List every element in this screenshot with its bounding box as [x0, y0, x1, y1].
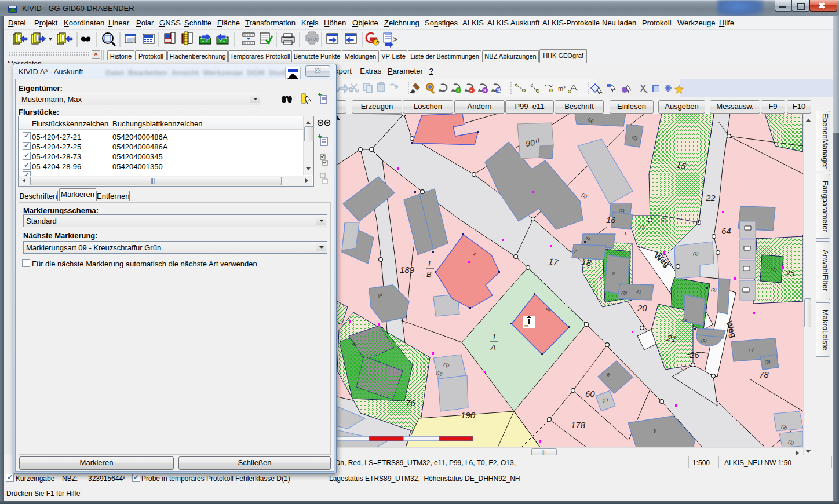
svg-text:m²: m²	[558, 85, 566, 92]
svg-text:189: 189	[400, 265, 415, 275]
svg-text:(1): (1)	[602, 397, 609, 403]
svg-text:190: 190	[461, 410, 476, 420]
svg-text:(1): (1)	[693, 251, 699, 256]
svg-text:τиτ: τиτ	[524, 324, 528, 327]
svg-text:64: 64	[721, 226, 731, 236]
svg-text:1: 1	[492, 333, 496, 341]
svg-text:(6): (6)	[701, 338, 707, 343]
svg-text:B: B	[426, 270, 432, 279]
svg-text:+: +	[457, 87, 459, 93]
svg-text:(5): (5)	[711, 287, 717, 292]
svg-text:×: ×	[483, 87, 486, 93]
svg-text:20: 20	[637, 303, 647, 313]
svg-text:(1): (1)	[619, 208, 625, 213]
svg-text:25: 25	[785, 268, 795, 278]
svg-text:18: 18	[581, 257, 593, 268]
svg-text:17: 17	[548, 256, 560, 267]
svg-text:60: 60	[585, 389, 595, 399]
svg-text:(1): (1)	[581, 192, 588, 199]
svg-text:16: 16	[606, 215, 616, 225]
svg-text:STOP: STOP	[308, 37, 319, 41]
svg-text:A: A	[490, 343, 496, 352]
svg-text:26: 26	[689, 350, 699, 360]
svg-text:(3): (3)	[764, 359, 771, 365]
svg-text:⇅: ⇅	[497, 87, 501, 93]
svg-text:76: 76	[406, 398, 415, 408]
svg-text:21: 21	[665, 333, 677, 344]
svg-text:90⁽⁾: 90⁽⁾	[525, 137, 540, 148]
svg-text:178: 178	[571, 420, 586, 430]
svg-text:1: 1	[427, 260, 431, 268]
svg-text:17: 17	[748, 348, 754, 353]
svg-text:78: 78	[759, 370, 769, 379]
svg-text:-: -	[470, 87, 472, 93]
svg-text:22: 22	[705, 193, 716, 203]
